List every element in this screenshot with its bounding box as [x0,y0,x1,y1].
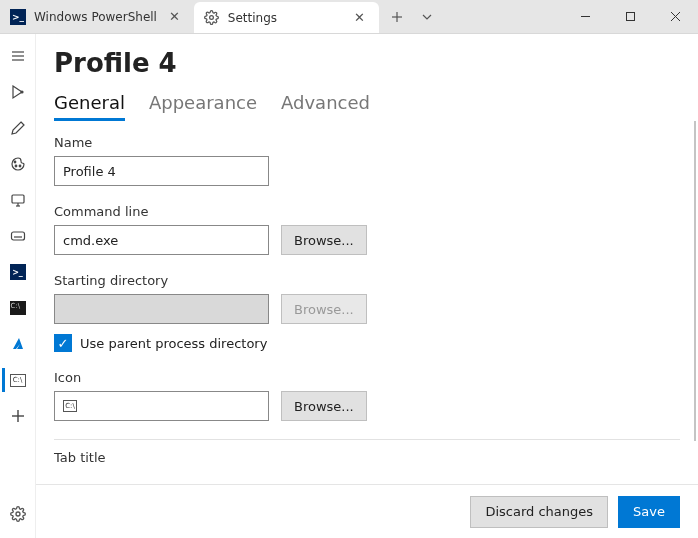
generic-profile-icon: C:\ [10,374,26,387]
sidebar-item-profile-4[interactable]: C:\ [2,364,34,396]
icon-label: Icon [54,370,680,385]
tabtitle-label: Tab title [54,450,680,465]
tab-dropdown-button[interactable] [413,0,441,33]
svg-rect-4 [627,13,635,21]
powershell-icon: >_ [10,264,26,280]
startingdir-label: Starting directory [54,273,680,288]
add-profile-button[interactable] [2,400,34,432]
svg-point-11 [14,161,16,163]
sidebar-item-defaults[interactable] [2,76,34,108]
field-commandline: Command line Browse... [54,204,680,255]
subtab-general[interactable]: General [54,86,125,121]
window-controls [563,0,698,33]
sidebar-item-profile-azure[interactable] [2,328,34,360]
name-label: Name [54,135,680,150]
startingdir-input [54,294,269,324]
discard-button[interactable]: Discard changes [470,496,608,528]
titlebar: >_ Windows PowerShell ✕ Settings ✕ [0,0,698,34]
checkbox-checked-icon[interactable]: ✓ [54,334,72,352]
close-window-button[interactable] [653,0,698,33]
form-area: Name Command line Browse... Starting dir… [36,121,698,484]
sidebar-item-actions[interactable] [2,220,34,252]
close-icon[interactable]: ✕ [165,7,184,26]
subtab-appearance[interactable]: Appearance [149,86,257,121]
cmd-icon: C:\ [10,301,26,315]
field-tabtitle: Tab title [54,450,680,465]
svg-point-25 [16,512,20,516]
commandline-input[interactable] [54,225,269,255]
svg-point-10 [21,91,23,93]
use-parent-dir-label: Use parent process directory [80,336,267,351]
commandline-browse-button[interactable]: Browse... [281,225,367,255]
sidebar-item-appearance[interactable] [2,112,34,144]
settings-gear-button[interactable] [2,498,34,530]
name-input[interactable] [54,156,269,186]
hamburger-button[interactable] [2,40,34,72]
generic-profile-icon: C:\ [63,400,77,412]
maximize-button[interactable] [608,0,653,33]
powershell-icon: >_ [10,9,26,25]
tab-powershell[interactable]: >_ Windows PowerShell ✕ [0,0,194,33]
svg-marker-22 [13,338,23,349]
startingdir-browse-button: Browse... [281,294,367,324]
subtab-advanced[interactable]: Advanced [281,86,370,121]
tab-label: Windows PowerShell [34,10,157,24]
titlebar-actions [383,0,441,33]
gear-icon [204,10,220,26]
sidebar: >_ C:\ C:\ [0,34,36,538]
page-title: Profile 4 [36,34,698,86]
tab-settings[interactable]: Settings ✕ [194,2,379,33]
icon-browse-button[interactable]: Browse... [281,391,367,421]
main-content: Profile 4 General Appearance Advanced Na… [36,34,698,538]
footer: Discard changes Save [36,484,698,538]
close-icon[interactable]: ✕ [350,8,369,27]
tab-label: Settings [228,11,277,25]
field-name: Name [54,135,680,186]
sidebar-item-colorschemes[interactable] [2,148,34,180]
scrollbar-thumb[interactable] [694,121,696,441]
use-parent-dir-row[interactable]: ✓ Use parent process directory [54,334,680,352]
icon-input[interactable]: C:\ [54,391,269,421]
minimize-button[interactable] [563,0,608,33]
sidebar-item-profile-cmd[interactable]: C:\ [2,292,34,324]
svg-rect-14 [12,195,24,203]
divider [54,439,680,440]
sidebar-item-profile-powershell[interactable]: >_ [2,256,34,288]
field-icon: Icon C:\ Browse... [54,370,680,421]
save-button[interactable]: Save [618,496,680,528]
svg-rect-17 [11,232,24,240]
svg-point-13 [19,165,21,167]
new-tab-button[interactable] [383,0,411,33]
svg-point-12 [15,165,17,167]
svg-point-0 [210,16,214,20]
field-startingdir: Starting directory Browse... ✓ Use paren… [54,273,680,352]
subtabs: General Appearance Advanced [36,86,698,121]
commandline-label: Command line [54,204,680,219]
sidebar-item-rendering[interactable] [2,184,34,216]
